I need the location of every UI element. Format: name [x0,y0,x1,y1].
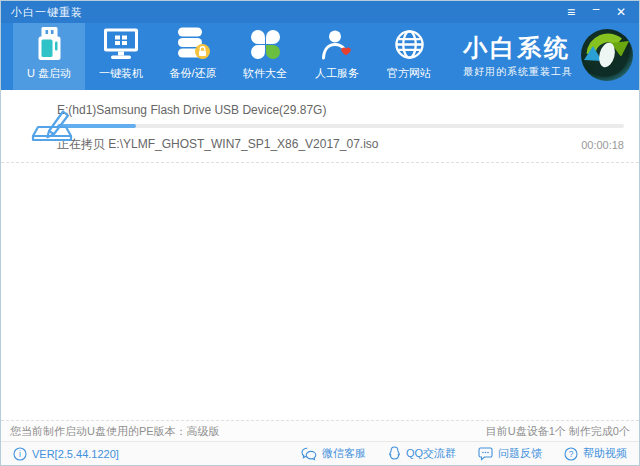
feedback-bubble-icon [478,447,493,461]
nav-item-service[interactable]: 人工服务 [301,23,373,90]
nav-item-one-click-install[interactable]: 一键装机 [85,23,157,90]
link-label: 帮助视频 [583,446,627,461]
usb-device-label: E:(hd1)Samsung Flash Drive USB Device(29… [57,103,624,117]
person-heart-icon [321,26,353,60]
refresh-sphere-logo [580,28,634,86]
brand-slogan: 最好用的系统重装工具 [463,65,573,79]
nav-label: 一键装机 [99,66,143,81]
link-label: QQ交流群 [406,446,456,461]
usb-task-row: E:(hd1)Samsung Flash Drive USB Device(29… [1,90,639,163]
titlebar: 小白一键重装 ≡ – ✕ [1,1,639,23]
task-status-row: 正在拷贝 E:\YLMF_GHOST_WIN7_SP1_X86_V2017_07… [57,136,624,153]
nav-item-backup-restore[interactable]: 备份/还原 [157,23,229,90]
monitor-windows-icon [103,26,139,60]
nav-label: U 盘启动 [27,66,71,81]
nav-item-website[interactable]: 官方网站 [373,23,445,90]
software-clover-icon [250,26,281,60]
globe-icon [394,26,425,60]
qq-icon [388,446,401,461]
brand-block: 小白系统 最好用的系统重装工具 [463,23,639,90]
menu-icon[interactable]: ≡ [563,4,579,20]
wechat-icon [301,447,317,461]
feedback-link[interactable]: 问题反馈 [478,446,542,461]
progress-bar [57,124,624,128]
wechat-service-link[interactable]: 微信客服 [301,446,366,461]
statusbar: 您当前制作启动U盘使用的PE版本：高级版 目前U盘设备1个 制作完成0个 [1,420,639,441]
main-area: E:(hd1)Samsung Flash Drive USB Device(29… [1,90,639,420]
version-text: VER[2.5.44.1220] [32,448,119,460]
copy-status-text: 正在拷贝 E:\YLMF_GHOST_WIN7_SP1_X86_V2017_07… [57,136,378,153]
brand-name: 小白系统 [463,35,573,61]
elapsed-time: 00:00:18 [581,139,624,151]
info-icon: i [13,447,27,461]
link-label: 微信客服 [322,446,366,461]
help-video-icon: ? [564,447,578,461]
footer-links: 微信客服 QQ交流群 问题反馈 ? [301,446,627,461]
navbar: U 盘启动 一键装机 [1,23,639,90]
svg-text:?: ? [569,449,574,459]
nav-item-usb-boot[interactable]: U 盘启动 [13,23,85,90]
help-video-link[interactable]: ? 帮助视频 [564,446,627,461]
device-count-text: 目前U盘设备1个 制作完成0个 [486,424,630,439]
version-info[interactable]: i VER[2.5.44.1220] [13,447,119,461]
backup-restore-icon [176,26,210,60]
app-window: 小白一键重装 ≡ – ✕ U 盘启动 [0,0,640,466]
nav-label: 人工服务 [315,66,359,81]
brand-text: 小白系统 最好用的系统重装工具 [463,35,573,79]
close-icon[interactable]: ✕ [613,4,629,20]
disk-write-icon [29,106,75,148]
nav-item-software[interactable]: 软件大全 [229,23,301,90]
pe-version-text: 您当前制作启动U盘使用的PE版本：高级版 [10,424,220,439]
qq-group-link[interactable]: QQ交流群 [388,446,456,461]
nav-label: 官方网站 [387,66,431,81]
window-title: 小白一键重装 [11,5,83,20]
usb-drive-icon [36,26,63,60]
window-controls: ≡ – ✕ [563,4,629,20]
link-label: 问题反馈 [498,446,542,461]
nav-label: 软件大全 [243,66,287,81]
footer: i VER[2.5.44.1220] 微信客服 QQ交流群 [1,441,639,465]
nav-label: 备份/还原 [169,66,216,81]
svg-text:i: i [19,449,21,459]
minimize-icon[interactable]: – [588,4,604,20]
